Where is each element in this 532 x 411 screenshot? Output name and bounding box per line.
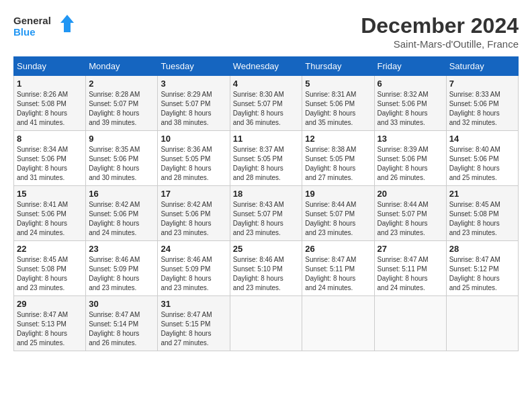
month-title: December 2024 [361, 13, 519, 38]
day-number: 24 [161, 244, 226, 254]
day-number: 23 [89, 244, 154, 254]
calendar-cell: 13Sunrise: 8:39 AM Sunset: 5:06 PM Dayli… [374, 131, 446, 186]
svg-text:Blue: Blue [13, 26, 36, 38]
calendar-cell: 9Sunrise: 8:35 AM Sunset: 5:06 PM Daylig… [86, 131, 158, 186]
day-info: Sunrise: 8:44 AM Sunset: 5:07 PM Dayligh… [305, 200, 371, 238]
svg-marker-2 [60, 15, 74, 32]
day-number: 8 [17, 134, 83, 144]
calendar-cell: 21Sunrise: 8:45 AM Sunset: 5:08 PM Dayli… [446, 186, 518, 241]
header-friday: Friday [374, 57, 446, 76]
calendar-cell: 15Sunrise: 8:41 AM Sunset: 5:06 PM Dayli… [14, 186, 86, 241]
calendar-cell: 3Sunrise: 8:29 AM Sunset: 5:07 PM Daylig… [158, 76, 230, 131]
day-number: 19 [305, 189, 371, 199]
calendar-cell: 5Sunrise: 8:31 AM Sunset: 5:06 PM Daylig… [302, 76, 374, 131]
day-info: Sunrise: 8:47 AM Sunset: 5:15 PM Dayligh… [161, 310, 226, 348]
day-info: Sunrise: 8:31 AM Sunset: 5:06 PM Dayligh… [305, 90, 371, 128]
calendar-cell: 12Sunrise: 8:38 AM Sunset: 5:05 PM Dayli… [302, 131, 374, 186]
calendar-cell: 1Sunrise: 8:26 AM Sunset: 5:08 PM Daylig… [14, 76, 86, 131]
calendar-cell: 25Sunrise: 8:46 AM Sunset: 5:10 PM Dayli… [230, 241, 302, 296]
calendar-week-5: 29Sunrise: 8:47 AM Sunset: 5:13 PM Dayli… [14, 296, 519, 351]
page-header: General Blue December 2024 Saint-Mars-d'… [13, 13, 519, 50]
location-subtitle: Saint-Mars-d'Outille, France [361, 38, 519, 50]
calendar-cell: 31Sunrise: 8:47 AM Sunset: 5:15 PM Dayli… [158, 296, 230, 351]
day-number: 15 [17, 189, 83, 199]
day-number: 27 [378, 244, 443, 254]
calendar-cell: 19Sunrise: 8:44 AM Sunset: 5:07 PM Dayli… [302, 186, 374, 241]
day-info: Sunrise: 8:45 AM Sunset: 5:08 PM Dayligh… [449, 200, 515, 238]
day-info: Sunrise: 8:36 AM Sunset: 5:05 PM Dayligh… [161, 145, 226, 183]
day-info: Sunrise: 8:37 AM Sunset: 5:05 PM Dayligh… [233, 145, 300, 183]
day-number: 31 [161, 299, 226, 309]
calendar-cell: 24Sunrise: 8:46 AM Sunset: 5:09 PM Dayli… [158, 241, 230, 296]
day-number: 25 [233, 244, 300, 254]
day-info: Sunrise: 8:26 AM Sunset: 5:08 PM Dayligh… [17, 90, 83, 128]
calendar-cell: 17Sunrise: 8:42 AM Sunset: 5:06 PM Dayli… [158, 186, 230, 241]
calendar-cell [230, 296, 302, 351]
calendar-week-3: 15Sunrise: 8:41 AM Sunset: 5:06 PM Dayli… [14, 186, 519, 241]
day-info: Sunrise: 8:47 AM Sunset: 5:14 PM Dayligh… [89, 310, 154, 348]
day-info: Sunrise: 8:47 AM Sunset: 5:13 PM Dayligh… [17, 310, 83, 348]
calendar-cell: 22Sunrise: 8:45 AM Sunset: 5:08 PM Dayli… [14, 241, 86, 296]
day-info: Sunrise: 8:29 AM Sunset: 5:07 PM Dayligh… [161, 90, 226, 128]
day-number: 9 [89, 134, 154, 144]
generalblue-logo: General Blue [13, 13, 74, 39]
header-sunday: Sunday [14, 57, 86, 76]
calendar-cell: 7Sunrise: 8:33 AM Sunset: 5:06 PM Daylig… [446, 76, 518, 131]
day-info: Sunrise: 8:47 AM Sunset: 5:12 PM Dayligh… [449, 255, 515, 293]
day-info: Sunrise: 8:46 AM Sunset: 5:09 PM Dayligh… [161, 255, 226, 293]
calendar-cell: 27Sunrise: 8:47 AM Sunset: 5:11 PM Dayli… [374, 241, 446, 296]
day-number: 5 [305, 79, 371, 89]
day-number: 10 [161, 134, 226, 144]
day-number: 18 [233, 189, 300, 199]
day-info: Sunrise: 8:42 AM Sunset: 5:06 PM Dayligh… [89, 200, 154, 238]
day-number: 7 [449, 79, 515, 89]
day-number: 17 [161, 189, 226, 199]
calendar-week-1: 1Sunrise: 8:26 AM Sunset: 5:08 PM Daylig… [14, 76, 519, 131]
calendar-cell: 14Sunrise: 8:40 AM Sunset: 5:06 PM Dayli… [446, 131, 518, 186]
day-info: Sunrise: 8:43 AM Sunset: 5:07 PM Dayligh… [233, 200, 300, 238]
day-number: 4 [233, 79, 300, 89]
day-number: 21 [449, 189, 515, 199]
day-info: Sunrise: 8:47 AM Sunset: 5:11 PM Dayligh… [305, 255, 371, 293]
day-info: Sunrise: 8:39 AM Sunset: 5:06 PM Dayligh… [378, 145, 443, 183]
day-info: Sunrise: 8:46 AM Sunset: 5:09 PM Dayligh… [89, 255, 154, 293]
calendar-cell: 30Sunrise: 8:47 AM Sunset: 5:14 PM Dayli… [86, 296, 158, 351]
day-info: Sunrise: 8:40 AM Sunset: 5:06 PM Dayligh… [449, 145, 515, 183]
day-number: 26 [305, 244, 371, 254]
day-info: Sunrise: 8:41 AM Sunset: 5:06 PM Dayligh… [17, 200, 83, 238]
day-info: Sunrise: 8:38 AM Sunset: 5:05 PM Dayligh… [305, 145, 371, 183]
calendar-cell: 28Sunrise: 8:47 AM Sunset: 5:12 PM Dayli… [446, 241, 518, 296]
calendar-cell: 6Sunrise: 8:32 AM Sunset: 5:06 PM Daylig… [374, 76, 446, 131]
svg-text:General: General [13, 15, 51, 26]
calendar-cell [446, 296, 518, 351]
calendar-cell: 16Sunrise: 8:42 AM Sunset: 5:06 PM Dayli… [86, 186, 158, 241]
day-number: 22 [17, 244, 83, 254]
day-info: Sunrise: 8:34 AM Sunset: 5:06 PM Dayligh… [17, 145, 83, 183]
day-number: 1 [17, 79, 83, 89]
day-number: 6 [378, 79, 443, 89]
header-monday: Monday [86, 57, 158, 76]
calendar-week-4: 22Sunrise: 8:45 AM Sunset: 5:08 PM Dayli… [14, 241, 519, 296]
day-number: 12 [305, 134, 371, 144]
day-info: Sunrise: 8:45 AM Sunset: 5:08 PM Dayligh… [17, 255, 83, 293]
calendar-cell: 4Sunrise: 8:30 AM Sunset: 5:07 PM Daylig… [230, 76, 302, 131]
calendar-cell: 23Sunrise: 8:46 AM Sunset: 5:09 PM Dayli… [86, 241, 158, 296]
calendar-cell: 18Sunrise: 8:43 AM Sunset: 5:07 PM Dayli… [230, 186, 302, 241]
day-info: Sunrise: 8:42 AM Sunset: 5:06 PM Dayligh… [161, 200, 226, 238]
day-number: 28 [449, 244, 515, 254]
calendar-cell: 2Sunrise: 8:28 AM Sunset: 5:07 PM Daylig… [86, 76, 158, 131]
day-number: 14 [449, 134, 515, 144]
title-block: December 2024 Saint-Mars-d'Outille, Fran… [361, 13, 519, 50]
day-info: Sunrise: 8:35 AM Sunset: 5:06 PM Dayligh… [89, 145, 154, 183]
day-info: Sunrise: 8:28 AM Sunset: 5:07 PM Dayligh… [89, 90, 154, 128]
calendar-cell: 11Sunrise: 8:37 AM Sunset: 5:05 PM Dayli… [230, 131, 302, 186]
day-number: 11 [233, 134, 300, 144]
calendar-header-row: SundayMondayTuesdayWednesdayThursdayFrid… [14, 57, 519, 76]
calendar-cell: 29Sunrise: 8:47 AM Sunset: 5:13 PM Dayli… [14, 296, 86, 351]
header-thursday: Thursday [302, 57, 374, 76]
calendar-cell: 26Sunrise: 8:47 AM Sunset: 5:11 PM Dayli… [302, 241, 374, 296]
day-info: Sunrise: 8:44 AM Sunset: 5:07 PM Dayligh… [378, 200, 443, 238]
day-info: Sunrise: 8:47 AM Sunset: 5:11 PM Dayligh… [378, 255, 443, 293]
header-saturday: Saturday [446, 57, 518, 76]
day-info: Sunrise: 8:46 AM Sunset: 5:10 PM Dayligh… [233, 255, 300, 293]
